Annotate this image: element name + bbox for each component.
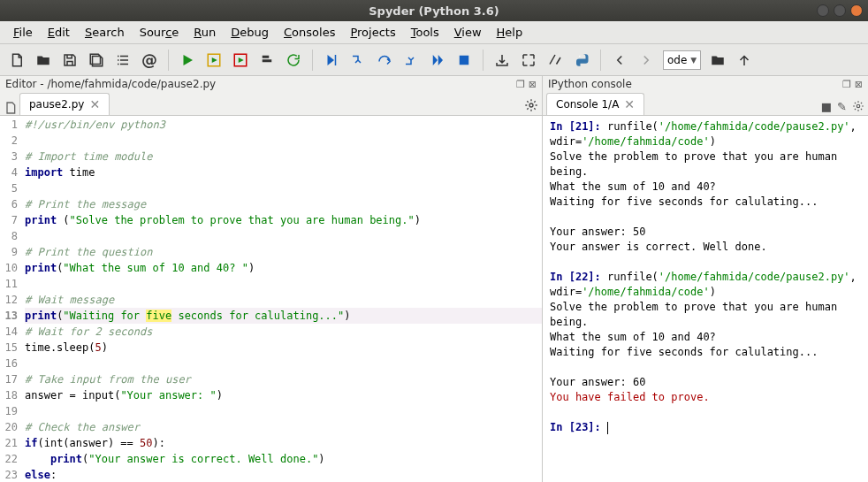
code-line[interactable]: # Wait message [25,292,542,308]
browse-wd-icon[interactable] [708,50,727,70]
code-line[interactable]: time.sleep(5) [25,340,542,356]
editor-panel: Editor - /home/fahmida/code/pause2.py ❐ … [0,76,543,482]
code-line[interactable]: # Wait for 2 seconds [25,324,542,340]
run-icon[interactable] [178,50,197,70]
continue-icon[interactable] [428,50,447,70]
maximize-icon[interactable] [519,50,538,70]
svg-rect-3 [460,55,469,65]
menu-edit[interactable]: Edit [42,23,76,42]
console-line[interactable]: In [23]: [550,420,861,435]
maximize-button[interactable] [834,4,846,17]
svg-rect-2 [335,55,337,65]
close-tab-icon[interactable]: ✕ [624,97,635,111]
code-line[interactable]: answer = input("Your answer: ") [25,387,542,403]
stop-debug-icon[interactable] [454,50,474,70]
code-line[interactable] [25,403,542,419]
code-editor[interactable]: 1234567891011121314151617181920212223242… [0,116,542,482]
at-icon[interactable]: @ [140,50,159,70]
code-line[interactable]: print ("Solve the problem to prove that … [25,212,542,228]
menubar: FileEditSearchSourceRunDebugConsolesProj… [0,21,868,44]
stop-console-icon[interactable]: ■ [821,100,832,115]
code-line[interactable] [25,228,542,244]
ipython-header: IPython console ❐ ⊠ [543,76,868,92]
console-options-icon[interactable] [852,100,864,115]
code-line[interactable]: #!/usr/bin/env python3 [25,117,542,133]
restore-pane-icon[interactable]: ❐ [516,79,525,90]
code-line[interactable]: # Print the question [25,244,542,260]
menu-debug[interactable]: Debug [225,23,275,42]
menu-run[interactable]: Run [187,23,222,42]
code-line[interactable]: import time [25,164,542,180]
console-line [550,255,861,270]
preferences-icon[interactable] [545,50,565,70]
menu-consoles[interactable]: Consoles [278,23,341,42]
editor-tab[interactable]: pause2.py ✕ [19,93,110,115]
code-line[interactable] [25,276,542,292]
restore-pane-icon[interactable]: ❐ [842,79,851,90]
code-line[interactable] [25,356,542,371]
menu-view[interactable]: View [448,23,488,42]
editor-tabbar: pause2.py ✕ [0,92,542,116]
ipython-header-controls: ❐ ⊠ [842,79,863,90]
code-line[interactable]: # Import time module [25,149,542,164]
clear-console-icon[interactable]: ✎ [837,100,847,115]
run-cell-advance-icon[interactable] [231,50,250,70]
console-line [550,210,861,225]
code-area[interactable]: #!/usr/bin/env python3# Import time modu… [21,116,542,482]
save-all-icon[interactable] [87,50,106,70]
code-line[interactable]: print("Your answer is correct. Well done… [25,451,542,467]
console-tab[interactable]: Console 1/A ✕ [546,93,644,115]
menu-file[interactable]: File [7,23,39,42]
code-line[interactable] [25,180,542,196]
menu-search[interactable]: Search [79,23,131,42]
code-line[interactable]: print("What the sum of 10 and 40? ") [25,260,542,276]
run-cell-icon[interactable] [204,50,224,70]
console-line: Your answer: 60 [550,375,861,390]
new-file-icon[interactable] [7,50,27,70]
code-line[interactable]: # Take input from the user [25,371,542,387]
code-line[interactable]: # Check the answer [25,419,542,435]
code-line[interactable]: else: [25,467,542,482]
rerun-icon[interactable] [284,50,303,70]
code-line[interactable]: # Print the message [25,196,542,212]
svg-point-4 [579,55,581,57]
code-line[interactable]: if(int(answer) == 50): [25,435,542,451]
menu-help[interactable]: Help [491,23,529,42]
file-browse-icon[interactable] [4,101,18,115]
editor-options-icon[interactable] [524,98,538,115]
list-icon[interactable] [113,50,133,70]
console-output[interactable]: In [21]: runfile('/home/fahmida/code/pau… [543,116,868,482]
console-tab-label: Console 1/A [556,98,619,111]
working-dir-dropdown[interactable]: ode ▼ [663,50,701,70]
close-pane-icon[interactable]: ⊠ [529,79,537,90]
debug-icon[interactable] [322,50,341,70]
parent-dir-icon[interactable] [735,50,754,70]
open-file-icon[interactable] [34,50,53,70]
ipython-header-title: IPython console [548,78,842,90]
code-line[interactable]: print("Waiting for five seconds for calu… [25,308,542,324]
forward-icon[interactable] [636,50,656,70]
step-over-icon[interactable] [375,50,394,70]
step-into-icon[interactable] [348,50,368,70]
code-line[interactable] [25,133,542,149]
close-tab-icon[interactable]: ✕ [89,97,100,111]
console-line: In [22]: runfile('/home/fahmida/code/pau… [550,270,861,300]
back-icon[interactable] [610,50,629,70]
menu-tools[interactable]: Tools [405,23,445,42]
minimize-button[interactable] [817,4,829,17]
console-line: In [21]: runfile('/home/fahmida/code/pau… [550,119,861,149]
menu-projects[interactable]: Projects [344,23,401,42]
console-line: What the sum of 10 and 40? [550,330,861,345]
menu-source[interactable]: Source [133,23,186,42]
close-button[interactable] [850,4,863,17]
console-line: You have failed to prove. [550,390,861,405]
python-path-icon[interactable] [572,50,591,70]
titlebar: Spyder (Python 3.6) [0,0,868,21]
run-selection-icon[interactable] [257,50,277,70]
import-data-icon[interactable] [492,50,512,70]
console-line: Waiting for five seconds for calulating.… [550,195,861,210]
step-out-icon[interactable] [401,50,421,70]
close-pane-icon[interactable]: ⊠ [855,79,863,90]
editor-header-controls: ❐ ⊠ [516,79,537,90]
save-icon[interactable] [60,50,80,70]
